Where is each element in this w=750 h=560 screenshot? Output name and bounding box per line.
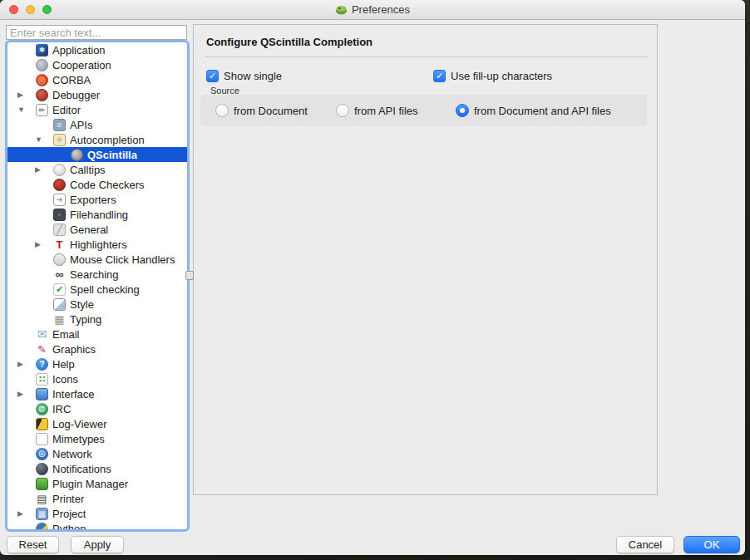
- tree-item-cooperation[interactable]: Cooperation: [7, 57, 187, 72]
- tree-item-network[interactable]: ⊕Network: [7, 446, 187, 461]
- tree-item-calltips[interactable]: ▶Calltips: [7, 162, 187, 177]
- search-input[interactable]: [6, 25, 187, 40]
- tree-item-searching[interactable]: ∞Searching: [7, 267, 187, 282]
- tree-item-project[interactable]: ▶▦Project: [7, 506, 187, 521]
- tree-item-label: Cooperation: [52, 59, 111, 71]
- searching-binoculars-icon: ∞: [53, 268, 66, 281]
- tree-item-debugger[interactable]: ▶Debugger: [7, 87, 187, 102]
- disclosure-open-icon[interactable]: ▼: [32, 135, 53, 144]
- tree-item-log-viewer[interactable]: Log-Viewer: [7, 416, 187, 431]
- tree-item-application[interactable]: ✱Application: [7, 42, 187, 57]
- splitter-handle[interactable]: [185, 271, 194, 280]
- tree-item-label: Typing: [70, 313, 101, 326]
- mouse-icon: [53, 253, 66, 266]
- checkbox-label: Show single: [224, 70, 282, 82]
- tree-item-label: Code Checkers: [70, 179, 145, 191]
- show-single-checkbox[interactable]: ✓Show single: [206, 70, 282, 82]
- tree-item-label: IRC: [52, 403, 71, 415]
- tree-item-typing[interactable]: ▦Typing: [7, 312, 187, 327]
- radio-label: from Document and API files: [474, 105, 611, 117]
- project-icon: ▦: [36, 508, 48, 520]
- tree-item-exporters[interactable]: ➔Exporters: [7, 192, 187, 207]
- tree-item-filehandling[interactable]: ▫Filehandling: [7, 207, 187, 222]
- window-title: Preferences: [352, 3, 410, 16]
- tree-item-notifications[interactable]: Notifications: [7, 461, 187, 476]
- settings-tree[interactable]: ✱ApplicationCooperation◎CORBA▶Debugger▼✏…: [5, 40, 190, 532]
- graphics-pens-icon: ✎: [36, 343, 48, 356]
- tree-item-label: APIs: [70, 119, 92, 131]
- tree-item-irc[interactable]: @IRC: [7, 401, 187, 416]
- from-document-and-api-files-radio[interactable]: from Document and API files: [456, 104, 611, 117]
- tree-item-autocompletion[interactable]: ▼✧Autocompletion: [7, 132, 187, 147]
- disclosure-closed-icon[interactable]: ▶: [14, 390, 36, 398]
- log-viewer-icon: [36, 418, 48, 430]
- tree-item-label: Graphics: [52, 343, 96, 356]
- cancel-button[interactable]: Cancel: [616, 536, 674, 553]
- disclosure-closed-icon[interactable]: ▶: [32, 165, 53, 174]
- reset-button[interactable]: Reset: [7, 536, 59, 553]
- typing-keyboard-icon: ▦: [53, 313, 66, 326]
- checkbox-check-icon: ✓: [206, 70, 219, 82]
- tree-item-icons[interactable]: ∷Icons: [7, 371, 187, 386]
- disclosure-open-icon[interactable]: ▼: [14, 106, 36, 114]
- tree-item-label: Autocompletion: [70, 134, 145, 146]
- tree-item-email[interactable]: ✉Email: [7, 327, 187, 341]
- tree-item-help[interactable]: ▶?Help: [7, 356, 187, 371]
- apis-notebook-icon: ≡: [53, 119, 66, 131]
- tree-item-graphics[interactable]: ✎Graphics: [7, 341, 187, 356]
- radio-label: from Document: [234, 105, 308, 117]
- tree-item-label: Searching: [70, 268, 119, 281]
- tree-item-label: Calltips: [70, 164, 106, 176]
- tree-item-apis[interactable]: ≡APIs: [7, 117, 187, 132]
- tree-item-editor[interactable]: ▼✏Editor: [7, 102, 187, 117]
- notifications-sphere-icon: [36, 463, 48, 475]
- tree-item-spell-checking[interactable]: ✔Spell checking: [7, 282, 187, 297]
- tree-item-mouse-click-handlers[interactable]: Mouse Click Handlers: [7, 252, 187, 267]
- tree-item-printer[interactable]: ▤Printer: [7, 491, 187, 506]
- tree-item-label: Exporters: [70, 194, 116, 206]
- plugin-puzzle-icon: [36, 478, 48, 490]
- tree-item-qscintilla[interactable]: QScintilla: [7, 147, 187, 162]
- disclosure-closed-icon[interactable]: ▶: [32, 240, 53, 248]
- debugger-bug-icon: [36, 89, 48, 101]
- ok-button[interactable]: OK: [683, 536, 740, 553]
- tree-item-plugin-manager[interactable]: Plugin Manager: [7, 476, 187, 491]
- tree-item-label: Style: [70, 298, 94, 311]
- tree-item-label: Python: [52, 523, 86, 533]
- help-question-icon: ?: [36, 358, 48, 371]
- tree-item-label: Help: [52, 358, 75, 371]
- python-logo-icon: [36, 523, 48, 533]
- apply-button[interactable]: Apply: [71, 536, 124, 553]
- tree-item-mimetypes[interactable]: Mimetypes: [7, 431, 187, 446]
- tree-item-label: Printer: [52, 493, 84, 505]
- qscintilla-sphere-icon: [71, 149, 83, 161]
- tree-item-python[interactable]: Python: [7, 521, 187, 532]
- editor-pencil-icon: ✏: [36, 104, 48, 116]
- tree-item-general[interactable]: ╱General: [7, 222, 187, 237]
- from-api-files-radio[interactable]: from API files: [336, 104, 418, 117]
- icons-grid-icon: ∷: [36, 373, 48, 386]
- irc-globe-icon: @: [36, 403, 48, 415]
- disclosure-closed-icon[interactable]: ▶: [14, 509, 36, 518]
- page-title: Configure QScintilla Completion: [206, 36, 373, 48]
- use-fill-up-characters-checkbox[interactable]: ✓Use fill-up characters: [433, 70, 552, 82]
- tree-item-label: CORBA: [52, 74, 91, 86]
- exporters-document-icon: ➔: [53, 194, 66, 206]
- tree-item-label: Spell checking: [70, 283, 140, 296]
- printer-icon: ▤: [36, 493, 48, 505]
- cooperation-balloon-icon: [36, 59, 48, 71]
- interface-monitor-icon: [36, 388, 48, 400]
- style-swatch-icon: [53, 298, 66, 311]
- spellcheck-icon: ✔: [53, 283, 66, 296]
- mimetypes-document-icon: [36, 433, 48, 445]
- disclosure-closed-icon[interactable]: ▶: [14, 91, 36, 99]
- application-icon: ✱: [36, 44, 48, 56]
- filehandling-floppy-icon: ▫: [53, 209, 66, 221]
- from-document-radio[interactable]: from Document: [215, 104, 308, 117]
- tree-item-corba[interactable]: ◎CORBA: [7, 72, 187, 87]
- tree-item-style[interactable]: Style: [7, 297, 187, 312]
- tree-item-interface[interactable]: ▶Interface: [7, 386, 187, 401]
- tree-item-highlighters[interactable]: ▶THighlighters: [7, 237, 187, 252]
- tree-item-code-checkers[interactable]: Code Checkers: [7, 177, 187, 192]
- disclosure-closed-icon[interactable]: ▶: [14, 360, 36, 368]
